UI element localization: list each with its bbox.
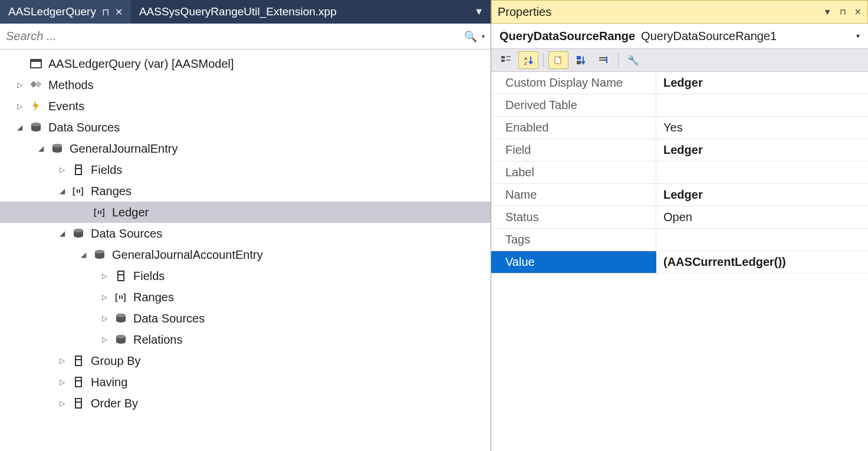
tree-node[interactable]: ▷Methods — [0, 74, 491, 96]
alphabetical-button[interactable]: AZ — [518, 51, 538, 69]
expander-icon[interactable]: ◢ — [78, 251, 88, 259]
tab-label: AASLedgerQuery — [8, 5, 96, 18]
tree-node[interactable]: ▷Group By — [0, 350, 491, 371]
tree-node[interactable]: ▷Events — [0, 96, 491, 117]
svg-rect-32 — [75, 356, 81, 366]
db-icon — [113, 312, 129, 325]
svg-rect-36 — [75, 399, 81, 408]
expander-icon[interactable]: ▷ — [99, 293, 110, 301]
search-row: 🔍 ▾ — [0, 24, 491, 50]
property-value[interactable]: Open — [656, 206, 868, 228]
expander-icon[interactable]: ▷ — [57, 357, 67, 365]
designer-tree[interactable]: AASLedgerQuery (var) [AASModel]▷Methods▷… — [0, 50, 491, 451]
pin-icon[interactable]: ⊓ — [102, 6, 109, 18]
expander-icon[interactable]: ▷ — [99, 335, 110, 344]
close-icon[interactable]: ✕ — [115, 6, 123, 18]
tree-node[interactable]: ◢GeneralJournalEntry — [0, 138, 491, 159]
categorized-button[interactable] — [496, 51, 516, 69]
tree-node-label: Methods — [48, 78, 94, 92]
property-value[interactable] — [656, 94, 868, 116]
tree-node-label: GeneralJournalAccountEntry — [112, 248, 263, 262]
tree-node[interactable]: ◢Data Sources — [0, 223, 491, 244]
search-icon[interactable]: 🔍 — [464, 30, 477, 43]
properties-header: Properties ▼ ⊓ ✕ — [491, 0, 868, 24]
db-icon — [92, 248, 107, 261]
property-value[interactable]: Ledger — [656, 139, 868, 161]
property-row[interactable]: Tags — [491, 229, 868, 251]
expander-icon[interactable]: ▷ — [99, 314, 110, 322]
expander-icon[interactable]: ▷ — [14, 81, 25, 89]
property-value[interactable] — [656, 229, 868, 251]
svg-rect-39 — [501, 60, 505, 62]
tab-aasledgerquery[interactable]: AASLedgerQuery ⊓ ✕ — [0, 0, 131, 24]
expander-icon[interactable]: ▷ — [57, 378, 67, 386]
expander-icon[interactable]: ▷ — [99, 272, 110, 280]
tree-node[interactable]: ◢GeneralJournalAccountEntry — [0, 244, 491, 265]
tree-node[interactable]: AASLedgerQuery (var) [AASModel] — [0, 53, 491, 74]
property-name: Name — [491, 184, 656, 206]
tree-node-label: Ranges — [91, 185, 131, 198]
property-row[interactable]: Custom Display NameLedger — [491, 72, 868, 94]
expander-icon[interactable]: ◢ — [57, 187, 67, 195]
property-page-button[interactable] — [571, 51, 591, 69]
property-row[interactable]: Label — [491, 162, 868, 184]
tree-node-label: Data Sources — [133, 312, 205, 325]
svg-rect-46 — [599, 57, 606, 58]
tree-node[interactable]: ▷Relations — [0, 329, 491, 350]
tree-node[interactable]: ▷Data Sources — [0, 308, 491, 329]
property-row[interactable]: StatusOpen — [491, 206, 868, 229]
svg-rect-15 — [98, 210, 99, 214]
panel-close-icon[interactable]: ✕ — [854, 7, 862, 17]
tree-node[interactable]: ▷Fields — [0, 265, 491, 287]
tree-node-label: Ledger — [112, 206, 149, 219]
expander-icon[interactable]: ▷ — [57, 399, 67, 407]
property-grid[interactable]: Custom Display NameLedgerDerived TableEn… — [491, 72, 868, 451]
events-button[interactable] — [593, 51, 613, 69]
object-dropdown-icon[interactable]: ▾ — [856, 32, 860, 40]
search-options-dropdown[interactable]: ▾ — [482, 33, 485, 39]
event-icon — [28, 100, 44, 113]
window-icon — [28, 57, 44, 70]
svg-rect-44 — [577, 56, 581, 60]
tree-node-label: Data Sources — [48, 121, 120, 134]
property-row[interactable]: Derived Table — [491, 94, 868, 117]
svg-text:Z: Z — [524, 61, 527, 65]
property-value[interactable] — [656, 162, 868, 183]
tab-overflow-dropdown[interactable]: ▼ — [467, 0, 491, 24]
tree-node[interactable]: []Ledger — [0, 202, 491, 223]
wrench-button[interactable]: 🔧 — [623, 51, 643, 69]
properties-panel: Properties ▼ ⊓ ✕ QueryDataSourceRange Qu… — [491, 0, 868, 451]
selected-object-row[interactable]: QueryDataSourceRange QueryDataSourceRang… — [491, 24, 868, 48]
property-row[interactable]: EnabledYes — [491, 117, 868, 139]
field-icon — [71, 376, 86, 389]
property-value[interactable]: Ledger — [656, 184, 868, 206]
tree-node[interactable]: ▷[]Ranges — [0, 287, 491, 308]
property-value[interactable]: Yes — [656, 117, 868, 139]
property-value[interactable]: (AASCurrentLedger()) — [656, 251, 868, 273]
expander-icon[interactable]: ◢ — [35, 144, 46, 153]
expander-icon[interactable]: ▷ — [14, 102, 25, 110]
svg-rect-3 — [35, 81, 41, 87]
expander-icon[interactable]: ◢ — [57, 229, 67, 238]
search-input[interactable] — [6, 29, 459, 43]
tree-node[interactable]: ◢[]Ranges — [0, 180, 491, 202]
svg-rect-1 — [31, 60, 41, 62]
property-value[interactable]: Ledger — [656, 72, 868, 94]
tree-node[interactable]: ▷Having — [0, 371, 491, 393]
tab-extension-file[interactable]: AASSysQueryRangeUtil_Extension.xpp — [131, 0, 345, 24]
changed-props-button[interactable] — [548, 51, 568, 69]
expander-icon[interactable]: ▷ — [57, 166, 67, 174]
range-icon: [] — [71, 185, 86, 197]
document-tab-bar: AASLedgerQuery ⊓ ✕ AASSysQueryRangeUtil_… — [0, 0, 491, 24]
tree-node[interactable]: ▷Fields — [0, 159, 491, 180]
property-row[interactable]: FieldLedger — [491, 139, 868, 162]
expander-icon[interactable]: ◢ — [14, 123, 25, 131]
property-row[interactable]: NameLedger — [491, 184, 868, 206]
tree-node[interactable]: ▷Order By — [0, 393, 491, 414]
tree-node[interactable]: ◢Data Sources — [0, 117, 491, 138]
property-row[interactable]: Value(AASCurrentLedger()) — [491, 251, 868, 274]
panel-dropdown-icon[interactable]: ▼ — [823, 7, 831, 17]
panel-pin-icon[interactable]: ⊓ — [840, 7, 846, 17]
svg-point-19 — [74, 229, 83, 232]
tab-label: AASSysQueryRangeUtil_Extension.xpp — [139, 5, 337, 18]
